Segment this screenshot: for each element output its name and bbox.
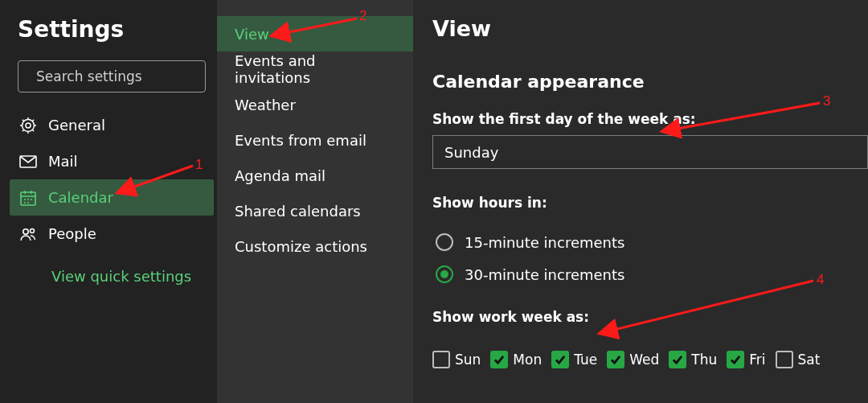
show-hours-radio-group: 15-minute increments 30-minute increment… (436, 233, 868, 283)
annotation-number-1: 1 (195, 157, 203, 173)
settings-title: Settings (18, 16, 206, 43)
radio-label: 15-minute increments (465, 234, 624, 251)
day-thu[interactable]: Thu (669, 351, 717, 368)
work-week-days: Sun Mon Tue Wed Thu Fri (432, 351, 868, 368)
checkbox-icon (551, 351, 569, 368)
radio-15-minute[interactable]: 15-minute increments (436, 233, 868, 251)
day-tue[interactable]: Tue (551, 351, 597, 368)
view-quick-settings-link[interactable]: View quick settings (51, 268, 206, 285)
submenu-item-customize-actions[interactable]: Customize actions (217, 228, 413, 264)
first-day-value: Sunday (444, 144, 498, 161)
sidebar-item-mail[interactable]: Mail (10, 143, 214, 179)
checkbox-icon (490, 351, 508, 368)
sidebar-item-label: Mail (48, 153, 78, 170)
people-icon (19, 225, 37, 243)
checkbox-icon (776, 351, 793, 368)
day-label: Wed (629, 352, 659, 368)
page-title: View (432, 16, 868, 41)
day-fri[interactable]: Fri (727, 351, 765, 368)
mail-icon (19, 153, 37, 171)
show-hours-label: Show hours in: (432, 195, 868, 211)
check-icon (672, 354, 683, 365)
annotation-number-2: 2 (359, 8, 366, 24)
calendar-icon (19, 189, 37, 207)
settings-sidebar: Settings General Mail Calendar People (0, 0, 217, 403)
day-wed[interactable]: Wed (607, 351, 659, 368)
check-icon (493, 354, 505, 365)
calendar-submenu: View Events and invitations Weather Even… (217, 0, 413, 403)
day-sun[interactable]: Sun (432, 351, 481, 368)
search-input[interactable] (36, 68, 212, 84)
day-label: Fri (749, 352, 765, 368)
day-mon[interactable]: Mon (490, 351, 542, 368)
sidebar-item-calendar[interactable]: Calendar (10, 179, 214, 216)
sidebar-item-label: General (48, 117, 105, 134)
sidebar-item-label: Calendar (48, 189, 113, 206)
work-week-label: Show work week as: (432, 309, 868, 325)
main-panel: View Calendar appearance Show the first … (413, 0, 868, 403)
sidebar-item-general[interactable]: General (10, 107, 214, 143)
annotation-number-4: 4 (817, 272, 824, 288)
checkbox-icon (607, 351, 624, 368)
checkbox-icon (432, 351, 450, 368)
annotation-number-3: 3 (823, 93, 830, 109)
settings-nav: General Mail Calendar People (18, 107, 206, 252)
check-icon (555, 354, 566, 365)
day-label: Tue (574, 352, 597, 368)
gear-icon (19, 117, 37, 134)
radio-dot-icon (440, 270, 448, 278)
submenu-item-events-invitations[interactable]: Events and invitations (217, 51, 413, 87)
submenu-item-view[interactable]: View (217, 16, 413, 51)
sidebar-item-people[interactable]: People (10, 216, 214, 252)
submenu-item-shared-calendars[interactable]: Shared calendars (217, 193, 413, 228)
sidebar-item-label: People (48, 225, 96, 242)
check-icon (730, 354, 741, 365)
day-label: Thu (691, 352, 717, 368)
checkbox-icon (669, 351, 686, 368)
first-day-select[interactable]: Sunday (432, 135, 868, 169)
radio-30-minute[interactable]: 30-minute increments (436, 265, 868, 283)
day-label: Sat (798, 352, 821, 368)
day-label: Sun (455, 352, 481, 368)
section-calendar-appearance: Calendar appearance (432, 72, 868, 92)
submenu-item-weather[interactable]: Weather (217, 87, 413, 122)
radio-circle-icon (436, 233, 453, 251)
checkbox-icon (727, 351, 744, 368)
app-root: Settings General Mail Calendar People (0, 0, 868, 403)
day-sat[interactable]: Sat (776, 351, 821, 368)
radio-circle-icon (436, 265, 453, 283)
submenu-item-events-from-email[interactable]: Events from email (217, 122, 413, 158)
first-day-label: Show the first day of the week as: (432, 111, 868, 127)
submenu-item-agenda-mail[interactable]: Agenda mail (217, 158, 413, 193)
search-settings[interactable] (18, 60, 206, 93)
day-label: Mon (513, 352, 542, 368)
radio-label: 30-minute increments (465, 266, 624, 283)
check-icon (610, 354, 621, 365)
